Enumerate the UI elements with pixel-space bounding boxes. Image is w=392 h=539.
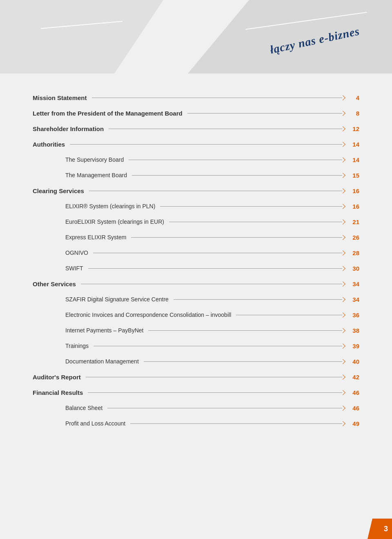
toc-label-trainings: Trainings	[65, 343, 89, 349]
toc-page-express: 26	[347, 234, 359, 241]
toc-label-authorities: Authorities	[33, 141, 65, 148]
page-number-container: 3	[368, 519, 392, 539]
toc-label-other: Other Services	[33, 281, 76, 287]
toc-label-letter: Letter from the President of the Managem…	[33, 110, 183, 117]
toc-page-electronic: 36	[347, 312, 359, 318]
bg-decoration-right	[188, 0, 392, 74]
toc-dots-trainings	[94, 346, 342, 346]
toc-label-documentation: Documentation Management	[65, 358, 139, 365]
toc-label-ognivo: OGNIVO	[65, 249, 88, 256]
toc-entry-shareholder[interactable]: Shareholder Information12	[33, 121, 359, 136]
toc-label-szafir: SZAFIR Digital Signature Service Centre	[65, 296, 169, 303]
toc-page-authorities: 14	[347, 141, 359, 148]
toc-dots-swift	[88, 268, 342, 269]
toc-content: Mission Statement4Letter from the Presid…	[33, 90, 359, 514]
toc-dots-express	[131, 237, 342, 238]
toc-entry-elixir[interactable]: ELIXIR® System (clearings in PLN)16	[33, 198, 359, 214]
toc-dots-shareholder	[109, 129, 342, 129]
toc-page-other: 34	[347, 281, 359, 287]
toc-dots-elixir	[160, 206, 342, 207]
toc-label-euroelixir: EuroELIXIR System (clearings in EUR)	[65, 218, 164, 225]
toc-page-balance: 46	[347, 405, 359, 412]
toc-dots-documentation	[144, 361, 342, 362]
toc-label-elixir: ELIXIR® System (clearings in PLN)	[65, 203, 155, 209]
toc-dots-profit	[130, 423, 342, 424]
toc-entry-electronic[interactable]: Electronic Invoices and Correspondence C…	[33, 307, 359, 323]
toc-entry-supervisory[interactable]: The Supervisory Board14	[33, 152, 359, 167]
toc-page-shareholder: 12	[347, 125, 359, 132]
toc-entry-ognivo[interactable]: OGNIVO28	[33, 245, 359, 261]
toc-page-documentation: 40	[347, 358, 359, 365]
toc-label-financial: Financial Results	[33, 389, 83, 396]
toc-entry-szafir[interactable]: SZAFIR Digital Signature Service Centre3…	[33, 292, 359, 307]
bg-decoration-left	[0, 0, 163, 74]
toc-label-profit: Profit and Loss Account	[65, 420, 125, 427]
toc-entry-trainings[interactable]: Trainings39	[33, 338, 359, 354]
page-number: 3	[384, 525, 388, 533]
toc-page-profit: 49	[347, 420, 359, 427]
toc-entry-clearing[interactable]: Clearing Services16	[33, 183, 359, 198]
toc-dots-balance	[107, 408, 342, 408]
toc-entry-balance[interactable]: Balance Sheet46	[33, 400, 359, 416]
toc-dots-ognivo	[93, 253, 342, 253]
toc-label-clearing: Clearing Services	[33, 187, 84, 194]
toc-label-mission: Mission Statement	[33, 94, 87, 101]
toc-page-mission: 4	[347, 94, 359, 101]
toc-label-express: Express ELIXIR System	[65, 234, 126, 241]
toc-label-electronic: Electronic Invoices and Correspondence C…	[65, 312, 231, 318]
toc-page-elixir: 16	[347, 203, 359, 210]
toc-page-auditor: 42	[347, 374, 359, 381]
toc-page-letter: 8	[347, 110, 359, 117]
toc-dots-authorities	[70, 144, 342, 145]
toc-dots-mission	[92, 98, 342, 98]
toc-label-auditor: Auditor's Report	[33, 374, 81, 381]
toc-page-ognivo: 28	[347, 249, 359, 256]
toc-page-clearing: 16	[347, 187, 359, 194]
toc-page-euroelixir: 21	[347, 218, 359, 225]
toc-entry-euroelixir[interactable]: EuroELIXIR System (clearings in EUR)21	[33, 214, 359, 229]
toc-page-trainings: 39	[347, 343, 359, 350]
toc-entry-mission[interactable]: Mission Statement4	[33, 90, 359, 105]
toc-dots-szafir	[174, 299, 342, 300]
toc-entry-express[interactable]: Express ELIXIR System26	[33, 229, 359, 245]
toc-label-swift: SWIFT	[65, 265, 83, 272]
toc-page-szafir: 34	[347, 296, 359, 303]
toc-dots-letter	[187, 113, 342, 114]
toc-entry-profit[interactable]: Profit and Loss Account49	[33, 416, 359, 431]
toc-dots-other	[81, 284, 342, 284]
toc-page-internet: 38	[347, 327, 359, 334]
toc-dots-auditor	[86, 377, 342, 377]
toc-page-supervisory: 14	[347, 156, 359, 163]
toc-entry-management-board[interactable]: The Management Board15	[33, 167, 359, 183]
toc-page-swift: 30	[347, 265, 359, 272]
toc-label-internet: Internet Payments – PayByNet	[65, 327, 143, 334]
toc-entry-documentation[interactable]: Documentation Management40	[33, 354, 359, 369]
toc-dots-euroelixir	[169, 222, 342, 222]
toc-dots-supervisory	[129, 160, 342, 160]
toc-entry-letter[interactable]: Letter from the President of the Managem…	[33, 105, 359, 121]
toc-entry-authorities[interactable]: Authorities14	[33, 136, 359, 152]
toc-entry-internet[interactable]: Internet Payments – PayByNet38	[33, 323, 359, 338]
toc-dots-management-board	[132, 175, 342, 176]
toc-label-management-board: The Management Board	[65, 172, 127, 178]
toc-entry-swift[interactable]: SWIFT30	[33, 261, 359, 276]
toc-label-shareholder: Shareholder Information	[33, 125, 104, 132]
toc-entry-financial[interactable]: Financial Results46	[33, 385, 359, 400]
toc-label-balance: Balance Sheet	[65, 405, 102, 411]
toc-entry-auditor[interactable]: Auditor's Report42	[33, 369, 359, 385]
toc-dots-financial	[88, 392, 342, 393]
toc-dots-internet	[148, 330, 342, 331]
toc-page-financial: 46	[347, 389, 359, 396]
toc-dots-electronic	[236, 315, 342, 315]
toc-dots-clearing	[89, 191, 342, 191]
toc-entry-other[interactable]: Other Services34	[33, 276, 359, 292]
toc-label-supervisory: The Supervisory Board	[65, 156, 124, 163]
toc-page-management-board: 15	[347, 172, 359, 179]
